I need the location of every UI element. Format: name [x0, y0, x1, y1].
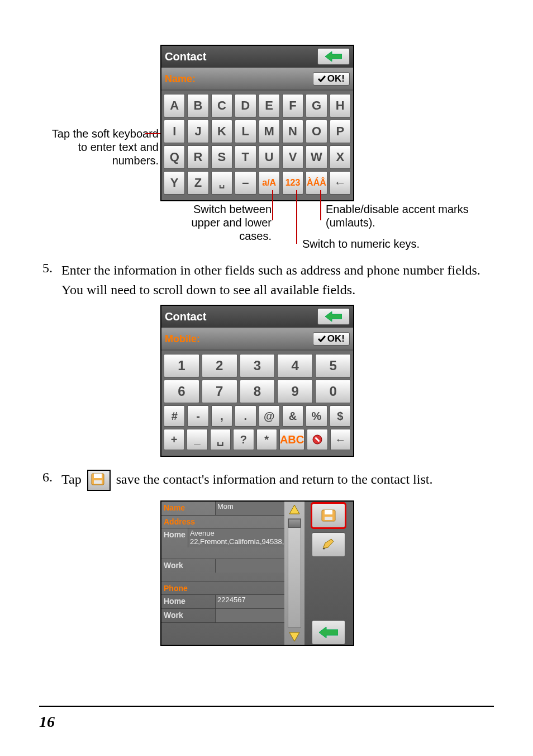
contact-fields: NameMom Address HomeAvenue 22,Fremont,Ca…: [161, 502, 284, 645]
scroll-down-icon[interactable]: [288, 631, 301, 642]
key-g[interactable]: G: [306, 94, 327, 117]
key-i[interactable]: I: [164, 120, 185, 143]
key-at[interactable]: @: [259, 405, 280, 427]
svg-marker-12: [323, 539, 334, 549]
scroll-thumb[interactable]: [288, 519, 301, 528]
key-6[interactable]: 6: [164, 380, 199, 403]
key-1[interactable]: 1: [164, 354, 199, 377]
key-q[interactable]: Q: [164, 145, 185, 169]
key-underscore[interactable]: _: [187, 429, 207, 450]
key-4[interactable]: 4: [277, 354, 313, 377]
key-p[interactable]: P: [330, 120, 351, 143]
edit-button[interactable]: [312, 532, 345, 557]
window-title: Contact: [165, 50, 317, 63]
back-button[interactable]: [317, 48, 350, 65]
key-percent[interactable]: %: [306, 405, 327, 427]
key-backspace[interactable]: ←: [330, 171, 351, 195]
key-comma[interactable]: ,: [211, 405, 232, 427]
callout-line: [320, 190, 321, 220]
key-j[interactable]: J: [187, 120, 208, 143]
field-label: Mobile:: [165, 333, 313, 345]
key-d[interactable]: D: [235, 94, 256, 117]
key-b[interactable]: B: [187, 94, 208, 117]
ok-button[interactable]: OK!: [313, 332, 350, 346]
svg-rect-11: [325, 517, 332, 520]
title-bar: Contact: [161, 306, 353, 327]
key-plus[interactable]: +: [164, 429, 184, 450]
key-question[interactable]: ?: [233, 429, 254, 450]
key-3[interactable]: 3: [240, 354, 275, 377]
svg-rect-6: [94, 480, 102, 484]
footer-divider: [39, 706, 494, 707]
key-m[interactable]: M: [259, 120, 280, 143]
callout-line: [296, 190, 297, 244]
key-minus[interactable]: -: [187, 405, 208, 427]
key-amp[interactable]: &: [282, 405, 303, 427]
key-r[interactable]: R: [187, 145, 208, 169]
key-accent-toggle[interactable]: ÀÁÂ: [306, 171, 327, 195]
key-space[interactable]: ␣: [210, 429, 231, 450]
key-case-toggle[interactable]: a/A: [259, 171, 280, 195]
save-button[interactable]: [312, 503, 345, 528]
svg-marker-8: [289, 632, 299, 641]
back-button[interactable]: [312, 620, 345, 645]
key-h[interactable]: H: [330, 94, 351, 117]
key-f[interactable]: F: [282, 94, 303, 117]
key-s[interactable]: S: [211, 145, 232, 169]
key-period[interactable]: .: [235, 405, 256, 427]
device-contact-name: Contact Name: OK! A B C D E F G H I J K …: [160, 45, 354, 201]
key-v[interactable]: V: [282, 145, 303, 169]
scroll-track[interactable]: [288, 518, 301, 628]
key-o[interactable]: O: [306, 120, 327, 143]
key-hash[interactable]: #: [164, 405, 185, 427]
key-a[interactable]: A: [164, 94, 185, 117]
key-cancel[interactable]: [307, 429, 327, 450]
ok-button[interactable]: OK!: [313, 72, 350, 86]
key-backspace[interactable]: ←: [330, 429, 351, 450]
svg-marker-7: [289, 505, 299, 514]
name-value[interactable]: Mom: [215, 502, 284, 515]
key-t[interactable]: T: [235, 145, 256, 169]
name-label: Name: [161, 502, 215, 514]
key-star[interactable]: *: [256, 429, 277, 450]
callout-case: Switch between upper and lower cases.: [171, 202, 272, 243]
key-u[interactable]: U: [259, 145, 280, 169]
key-l[interactable]: L: [235, 120, 256, 143]
page-number: 16: [39, 713, 55, 731]
key-7[interactable]: 7: [202, 380, 237, 403]
svg-marker-1: [325, 311, 342, 322]
key-k[interactable]: K: [211, 120, 232, 143]
key-e[interactable]: E: [259, 94, 280, 117]
key-n[interactable]: N: [282, 120, 303, 143]
key-w[interactable]: W: [306, 145, 327, 169]
tap-post: save the contact's information and retur…: [116, 472, 433, 486]
key-dash[interactable]: –: [235, 171, 256, 195]
key-dollar[interactable]: $: [330, 405, 351, 427]
key-8[interactable]: 8: [240, 380, 275, 403]
phone-work-value[interactable]: [215, 609, 284, 622]
key-numeric-toggle[interactable]: 123: [282, 171, 303, 195]
addr-home-label: Home: [161, 528, 188, 541]
phone-home-value[interactable]: 2224567: [215, 595, 284, 608]
key-x[interactable]: X: [330, 145, 351, 169]
title-bar: Contact: [161, 46, 353, 67]
step-number-6: 6.: [42, 470, 53, 485]
key-abc-toggle[interactable]: ABC: [279, 429, 304, 450]
addr-home-value[interactable]: Avenue 22,Fremont,California,94538,USA: [188, 528, 301, 547]
key-z[interactable]: Z: [187, 171, 208, 195]
key-5[interactable]: 5: [315, 354, 351, 377]
svg-marker-0: [325, 51, 342, 62]
key-space[interactable]: ␣: [211, 171, 232, 195]
scrollbar[interactable]: [284, 502, 304, 645]
window-title: Contact: [165, 310, 317, 323]
addr-work-value[interactable]: [215, 559, 284, 573]
back-button[interactable]: [317, 308, 350, 325]
scroll-up-icon[interactable]: [288, 504, 301, 515]
key-2[interactable]: 2: [202, 354, 237, 377]
key-0[interactable]: 0: [315, 380, 351, 403]
ok-label: OK!: [327, 73, 345, 84]
key-y[interactable]: Y: [164, 171, 185, 195]
field-bar: Name: OK!: [161, 67, 353, 91]
key-9[interactable]: 9: [277, 380, 313, 403]
key-c[interactable]: C: [211, 94, 232, 117]
